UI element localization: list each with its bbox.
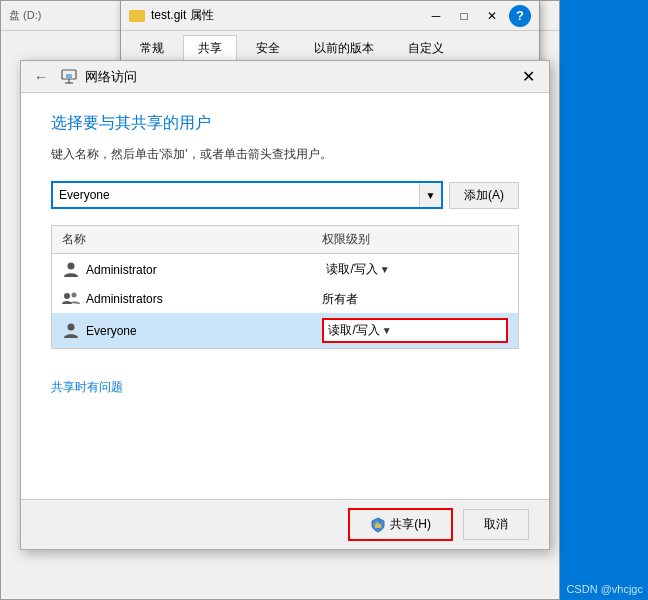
properties-titlebar: test.git 属性 ─ □ ✕ ? bbox=[121, 1, 539, 31]
permission-select-wrapper[interactable]: 读取/写入▼ bbox=[322, 318, 508, 343]
user-permission-cell: 所有者 bbox=[312, 285, 518, 313]
user-name-cell: Everyone bbox=[52, 313, 313, 349]
folder-icon bbox=[129, 10, 145, 22]
share-heading: 选择要与其共享的用户 bbox=[51, 113, 519, 134]
user-name-text: Everyone bbox=[86, 324, 137, 338]
share-button[interactable]: 共享(H) bbox=[348, 508, 453, 541]
user-input-wrapper: ▼ bbox=[51, 181, 443, 209]
tab-customize[interactable]: 自定义 bbox=[393, 35, 459, 61]
share-dialog: ← 网络访问 ✕ 选择要与其共享的用户 键入名称，然后单击'添加'，或者单击箭头… bbox=[20, 60, 550, 550]
user-cell: Administrators bbox=[62, 290, 302, 308]
user-icon bbox=[62, 322, 80, 340]
permission-dropdown-arrow[interactable]: ▼ bbox=[380, 264, 390, 275]
close-share-button[interactable]: ✕ bbox=[515, 64, 541, 90]
svg-point-8 bbox=[68, 323, 75, 330]
permission-select-wrapper[interactable]: 读取/写入▼ bbox=[322, 259, 508, 280]
share-title-left: ← 网络访问 bbox=[29, 65, 137, 89]
user-permission-cell: 读取/写入▼ bbox=[312, 313, 518, 349]
watermark: CSDN @vhcjgc bbox=[566, 583, 643, 595]
tab-share[interactable]: 共享 bbox=[183, 35, 237, 62]
help-button[interactable]: ? bbox=[509, 5, 531, 27]
permission-dropdown-arrow[interactable]: ▼ bbox=[382, 325, 392, 336]
svg-point-4 bbox=[68, 262, 75, 269]
cancel-button[interactable]: 取消 bbox=[463, 509, 529, 540]
user-icon bbox=[62, 290, 80, 308]
network-icon bbox=[59, 69, 79, 85]
user-avatar-icon bbox=[62, 290, 80, 308]
svg-rect-3 bbox=[66, 74, 72, 78]
table-row[interactable]: Administrator读取/写入▼ bbox=[52, 254, 519, 286]
share-title-text: 网络访问 bbox=[85, 68, 137, 86]
permission-text: 所有者 bbox=[322, 292, 358, 306]
maximize-button[interactable]: □ bbox=[451, 6, 477, 26]
user-input-row: ▼ 添加(A) bbox=[51, 181, 519, 209]
shield-icon bbox=[370, 517, 386, 533]
properties-tabs: 常规 共享 安全 以前的版本 自定义 bbox=[121, 31, 539, 62]
user-icon bbox=[62, 261, 80, 279]
table-row[interactable]: Everyone读取/写入▼ bbox=[52, 313, 519, 349]
properties-title-left: test.git 属性 bbox=[129, 7, 214, 24]
col-name-header: 名称 bbox=[52, 226, 313, 254]
tab-general[interactable]: 常规 bbox=[125, 35, 179, 61]
permission-text: 读取/写入 bbox=[326, 261, 377, 278]
table-header-row: 名称 权限级别 bbox=[52, 226, 519, 254]
user-cell: Administrator bbox=[62, 261, 302, 279]
svg-rect-7 bbox=[62, 290, 80, 308]
dropdown-arrow-button[interactable]: ▼ bbox=[419, 183, 441, 207]
properties-title-text: test.git 属性 bbox=[151, 7, 214, 24]
user-name-text: Administrator bbox=[86, 263, 157, 277]
share-instruction: 键入名称，然后单击'添加'，或者单击箭头查找用户。 bbox=[51, 146, 519, 163]
permission-text: 读取/写入 bbox=[328, 322, 379, 339]
titlebar-right: ─ □ ✕ ? bbox=[423, 5, 531, 27]
user-permission-cell: 读取/写入▼ bbox=[312, 254, 518, 286]
tab-previous[interactable]: 以前的版本 bbox=[299, 35, 389, 61]
minimize-button[interactable]: ─ bbox=[423, 6, 449, 26]
user-avatar-icon bbox=[62, 261, 80, 279]
svg-point-6 bbox=[72, 293, 77, 298]
add-user-button[interactable]: 添加(A) bbox=[449, 182, 519, 209]
table-row[interactable]: Administrators所有者 bbox=[52, 285, 519, 313]
user-input[interactable] bbox=[53, 184, 419, 206]
titlebar-controls: ─ □ ✕ bbox=[423, 6, 505, 26]
users-table: 名称 权限级别 Administrator读取/写入▼ Administrato… bbox=[51, 225, 519, 349]
drive-label: 盘 (D:) bbox=[9, 8, 41, 23]
col-permission-header: 权限级别 bbox=[312, 226, 518, 254]
user-cell: Everyone bbox=[62, 322, 302, 340]
user-name-cell: Administrator bbox=[52, 254, 313, 286]
share-problem-link[interactable]: 共享时有问题 bbox=[51, 380, 123, 394]
close-properties-button[interactable]: ✕ bbox=[479, 6, 505, 26]
svg-point-5 bbox=[64, 293, 70, 299]
share-footer: 共享(H) 取消 bbox=[21, 499, 549, 549]
share-bottom-link: 共享时有问题 bbox=[21, 379, 549, 412]
tab-security[interactable]: 安全 bbox=[241, 35, 295, 61]
back-button[interactable]: ← bbox=[29, 65, 53, 89]
user-name-text: Administrators bbox=[86, 292, 163, 306]
share-titlebar: ← 网络访问 ✕ bbox=[21, 61, 549, 93]
user-avatar-icon bbox=[62, 322, 80, 340]
share-button-label: 共享(H) bbox=[390, 516, 431, 533]
user-name-cell: Administrators bbox=[52, 285, 313, 313]
